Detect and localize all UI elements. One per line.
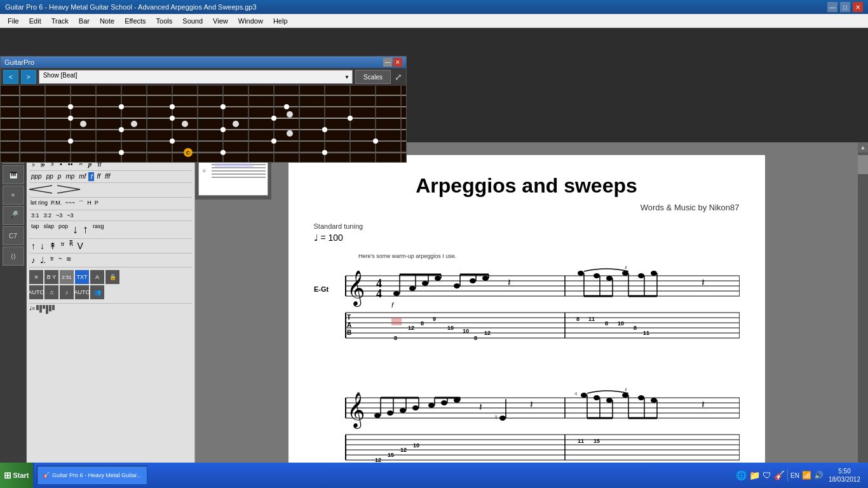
taskbar-gp6[interactable]: 🎸 Guitar Pro 6 - Heavy Metal Guitar... (37, 466, 147, 485)
svg-point-169 (606, 398, 613, 403)
content-area: 📋 🎹 ≡ 🎤 C7 ⟨⟩ 𝅜 𝅝 ♩ ♪ 𝅘𝅥𝅯 𝅘𝅥𝅰 ♯ ♭ ♮ ⌒ 𝄻 (0, 142, 868, 488)
svg-point-43 (271, 139, 276, 144)
decrescendo-icon[interactable] (57, 184, 83, 194)
ctrl-time[interactable]: 2:51 (60, 270, 74, 284)
tray-icon-1[interactable]: 🌐 (736, 470, 747, 480)
tech-pop[interactable]: pop (57, 222, 70, 237)
dir-up2[interactable]: ↟ (47, 240, 58, 252)
fretboard-minimize[interactable]: — (383, 58, 392, 67)
main-layout: GuitarPro — ✕ < > Show [Beat] ▼ Scales ⤢ (0, 28, 868, 447)
menu-view[interactable]: View (208, 16, 233, 26)
tech-slap[interactable]: slap (42, 222, 57, 237)
toolbar-icon-5[interactable]: ⟨⟩ (3, 247, 24, 266)
menu-help[interactable]: Help (268, 16, 293, 26)
dynamic-ppp[interactable]: ppp (29, 172, 44, 181)
menu-sound[interactable]: Sound (177, 16, 208, 26)
start-button[interactable]: ⊞ Start (0, 463, 34, 488)
fretboard-dropdown[interactable]: Show [Beat] ▼ (39, 70, 353, 84)
let-ring[interactable]: let ring (29, 199, 49, 208)
dynamic-pp[interactable]: pp (44, 172, 55, 181)
tray-network-icon[interactable]: 📶 (802, 471, 811, 480)
tech-strum-up[interactable]: ↑ (81, 222, 90, 237)
fretboard-canvas: C C (1, 86, 406, 162)
ctrl-txt[interactable]: TXT (75, 270, 89, 284)
ctrl-a[interactable]: A (90, 270, 104, 284)
tech-tap[interactable]: tap (29, 222, 41, 237)
ctrl-1[interactable]: ≡ (29, 270, 43, 284)
svg-point-35 (170, 116, 175, 121)
menu-track[interactable]: Track (46, 16, 74, 26)
menu-effects[interactable]: Effects (119, 16, 151, 26)
fretboard-title: GuitarPro (4, 58, 34, 66)
tuplet-3-2[interactable]: 3:2 (42, 212, 54, 219)
menu-note[interactable]: Note (95, 16, 119, 26)
fretboard-titlebar: GuitarPro — ✕ (1, 57, 406, 68)
menu-window[interactable]: Window (233, 16, 268, 26)
ctrl-people[interactable]: 👥 (90, 285, 104, 299)
dir-up[interactable]: ↑ (29, 240, 37, 252)
note-eighth[interactable]: ♪ (29, 255, 37, 266)
window-controls[interactable]: — □ ✕ (827, 2, 863, 12)
vertical-scrollbar[interactable]: ▲ ▼ (858, 142, 868, 488)
ctrl-mus[interactable]: ♫ (44, 285, 58, 299)
maximize-btn[interactable]: □ (840, 2, 850, 12)
fretboard-expand-btn[interactable]: ⤢ (393, 71, 403, 83)
scrollbar-thumb[interactable] (858, 155, 868, 174)
ctrl-mus2[interactable]: ♪ (60, 285, 74, 299)
tr-sym[interactable]: tr (48, 255, 56, 266)
fretboard-close[interactable]: ✕ (393, 58, 402, 67)
ctrl-auto[interactable]: AUTO (29, 285, 43, 299)
menu-edit[interactable]: Edit (24, 16, 46, 26)
dynamic-mp[interactable]: mp (64, 172, 76, 181)
tech-strum-dn[interactable]: ↓ (71, 222, 80, 237)
tech-rasg[interactable]: rasg (91, 222, 106, 237)
fretboard-prev-btn[interactable]: < (3, 70, 18, 84)
scroll-up-btn[interactable]: ▲ (858, 142, 868, 152)
dynamic-fff[interactable]: fff (103, 172, 112, 181)
menu-bar-item[interactable]: Bar (74, 16, 95, 26)
score-tempo: ♩ = 100 (314, 233, 740, 243)
tuplet-3-3[interactable]: ~3 (54, 212, 64, 219)
ctrl-b[interactable]: B Y (44, 270, 58, 284)
menu-file[interactable]: File (3, 16, 24, 26)
fretboard-next-btn[interactable]: > (21, 70, 36, 84)
tray-icon-3[interactable]: 🛡 (763, 470, 771, 480)
palm-mute[interactable]: P.M. (50, 199, 63, 208)
toolbar-icon-3[interactable]: ≡ (3, 186, 24, 205)
notation-r[interactable]: R̅ (67, 240, 75, 252)
minimize-btn[interactable]: — (827, 2, 837, 12)
tuplet-3-1[interactable]: 3:1 (29, 212, 41, 219)
score-scroll-container[interactable]: 🖥 Arpeggios and sweeps Words & Music by … (195, 142, 858, 488)
scales-btn[interactable]: Scales (355, 70, 391, 84)
svg-text:12: 12 (484, 330, 491, 336)
vibrato[interactable]: ~~~ (64, 199, 76, 208)
dynamic-p[interactable]: p (56, 172, 64, 181)
tray-volume-icon[interactable]: 🔊 (814, 471, 824, 480)
tuplet-3-4[interactable]: ~3 (65, 212, 75, 219)
crescendo-icon[interactable] (29, 184, 55, 194)
hammer-on[interactable]: H (86, 199, 93, 208)
svg-text:15: 15 (388, 452, 394, 458)
ctrl-auto2[interactable]: AUTO (75, 285, 89, 299)
toolbar-icon-2[interactable]: 🎹 (3, 165, 24, 184)
dynamic-mf[interactable]: mf (77, 172, 88, 181)
toolbar-icon-4[interactable]: C7 (3, 226, 24, 245)
tray-icon-4[interactable]: 🎸 (774, 470, 785, 480)
wavy[interactable]: ≋ (64, 255, 73, 266)
tray-icon-2[interactable]: 📁 (749, 470, 760, 480)
note-v[interactable]: V (76, 240, 85, 252)
close-btn[interactable]: ✕ (853, 2, 863, 12)
ctrl-lock[interactable]: 🔒 (105, 270, 119, 284)
svg-text:𝄽: 𝄽 (702, 401, 705, 408)
trill-tr[interactable]: tr (59, 240, 67, 252)
dynamic-ff[interactable]: ff (95, 172, 102, 181)
pull-off[interactable]: P (93, 199, 100, 208)
toolbar-mic[interactable]: 🎤 (3, 206, 24, 225)
tilde[interactable]: ~ (57, 255, 64, 266)
bend-sym[interactable]: ⌒ (77, 199, 85, 208)
dir-dn[interactable]: ↓ (38, 240, 46, 252)
dynamic-f[interactable]: f (88, 172, 94, 181)
menu-tools[interactable]: Tools (151, 16, 178, 26)
more-notation-row: ♪ ♩. tr ~ ≋ (29, 253, 192, 266)
note-dotted[interactable]: ♩. (38, 255, 48, 266)
